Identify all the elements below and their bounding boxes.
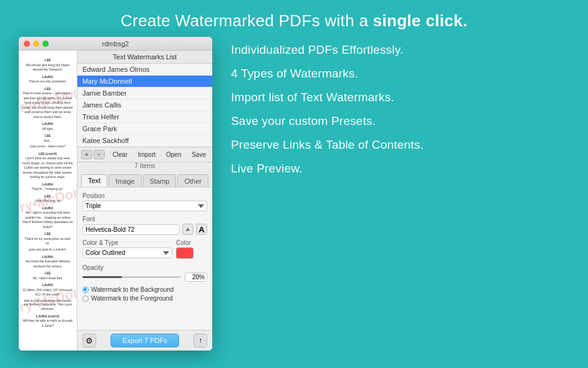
position-select[interactable]: Triple [82,201,207,211]
marketing-item-4: Save your custom Presets. [231,114,569,128]
app-window: rdmbsg2 ry•McDonnell ry•McDonnell ry•McD… [19,37,212,351]
watermarks-list: Edward James Olmos Mary McDonnell Jamie … [77,64,212,147]
gear-icon: ⚙ [86,336,93,346]
color-type-label: Color & Type [82,239,172,246]
font-size-large-btn[interactable]: A [196,224,207,235]
remove-button[interactable]: − [94,150,105,159]
position-label: Position [82,192,207,199]
watermarks-list-header: Text Watermarks List [77,51,212,64]
font-input[interactable] [82,224,180,235]
tab-stamp[interactable]: Stamp [143,174,177,187]
tab-text[interactable]: Text [81,174,107,187]
radio-foreground-dot[interactable] [82,296,89,302]
bottom-bar: ⚙ Export 7 PDFs ↑ [77,330,212,351]
list-item[interactable]: Katee Sackhoff [77,135,212,147]
toolbar-left: + − [81,150,105,159]
font-row: Font A A [82,216,207,235]
radio-foreground-row[interactable]: Watermark to the Foreground [82,295,207,302]
list-item[interactable]: James Callis [77,99,212,111]
open-button[interactable]: Open [164,151,184,159]
marketing-item-2: 4 Types of Watermarks. [231,67,569,81]
color-swatch[interactable] [176,247,194,259]
clear-button[interactable]: Clear [110,151,130,159]
font-input-row: A A [82,224,207,235]
dot-red[interactable] [24,41,30,47]
opacity-row [82,272,207,282]
color-label: Color [176,239,207,246]
add-button[interactable]: + [81,150,92,159]
radio-background-label: Watermark to the Background [91,286,174,293]
header: Create Watermarked PDFs with a single cl… [0,0,588,37]
share-icon: ↑ [198,336,202,345]
header-title-prefix: Create Watermarked PDFs with a [120,11,373,30]
window-titlebar: rdmbsg2 [19,37,212,51]
import-button[interactable]: Import [135,151,158,159]
color-type-row: Color & Type Color Outlined Color [82,239,207,260]
opacity-label: Opacity [82,264,207,271]
list-item[interactable]: Grace Park [77,123,212,135]
header-title-bold: single click. [373,11,467,30]
position-row: Position Triple [82,192,207,211]
marketing-item-6: Live Preview. [231,162,569,176]
window-body: ry•McDonnell ry•McDonnell ry•McDonnell L… [19,51,212,351]
dot-yellow[interactable] [33,41,39,47]
pdf-preview: ry•McDonnell ry•McDonnell ry•McDonnell L… [19,51,77,351]
gear-button[interactable]: ⚙ [82,334,96,347]
radio-background-dot[interactable] [82,287,89,293]
items-count: 7 Items [77,162,212,171]
share-button[interactable]: ↑ [194,334,207,347]
radio-foreground-label: Watermark to the Foreground [91,295,173,302]
font-size-small-btn[interactable]: A [182,224,194,235]
color-col: Color [176,239,207,260]
marketing-item-3: Import list of Text Watermarks. [231,91,569,104]
marketing-section: Individualized PDFs Effortlessly. 4 Type… [231,37,569,176]
wm-toolbar: + − Clear Import Open Save [77,147,212,162]
list-item[interactable]: Tricia Helfer [77,111,212,123]
tab-image[interactable]: Image [109,174,142,187]
save-button[interactable]: Save [189,151,208,159]
dot-green[interactable] [42,41,49,47]
marketing-item-5: Preserve Links & Table of Contents. [231,138,569,152]
window-dots [24,41,49,47]
window-title: rdmbsg2 [102,40,129,47]
color-type-inputs: Color & Type Color Outlined Color [82,239,207,260]
list-item[interactable]: Jamie Bamber [77,87,212,99]
radio-group: Watermark to the Background Watermark to… [82,286,207,302]
radio-background-row[interactable]: Watermark to the Background [82,286,207,293]
pdf-text-content: LEE We should also bring the Vipers aboa… [19,51,77,335]
settings-area: Position Triple Font A A [77,187,212,330]
export-button[interactable]: Export 7 PDFs [110,334,179,347]
font-label: Font [82,216,207,222]
color-type-col: Color & Type Color Outlined [82,239,172,258]
opacity-row-container: Opacity [82,264,207,282]
color-type-select[interactable]: Color Outlined [82,247,172,258]
opacity-input[interactable] [185,272,207,282]
list-item-selected[interactable]: Mary McDonnell [77,76,212,87]
controls-panel: Text Watermarks List Edward James Olmos … [77,51,212,351]
tab-row: Text Image Stamp Other [77,171,212,187]
list-item[interactable]: Edward James Olmos [77,64,212,76]
opacity-slider[interactable] [82,276,181,278]
tab-other[interactable]: Other [177,174,208,187]
marketing-item-1: Individualized PDFs Effortlessly. [231,43,569,57]
